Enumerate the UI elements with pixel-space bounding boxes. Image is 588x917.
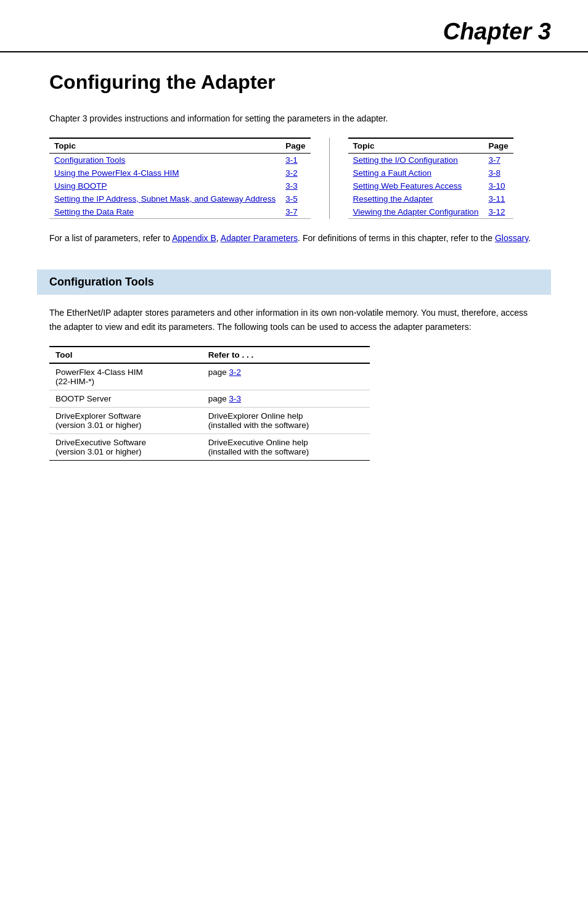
toc-right-topic-link[interactable]: Resetting the Adapter bbox=[353, 194, 433, 204]
toc-right-page-link[interactable]: 3-8 bbox=[488, 168, 500, 178]
toc-left-page-cell: 3-7 bbox=[280, 205, 310, 219]
tool-table-row: DriveExecutive Software (version 3.01 or… bbox=[49, 434, 370, 461]
section1-text: The EtherNet/IP adapter stores parameter… bbox=[49, 306, 539, 334]
chapter-header: Chapter 3 bbox=[0, 0, 588, 52]
toc-wrapper: Topic Page Configuration Tools3-1Using t… bbox=[49, 138, 539, 219]
toc-right-topic-cell: Setting a Fault Action bbox=[348, 167, 484, 179]
tool-table-header-refer: Refer to . . . bbox=[202, 347, 370, 363]
tool-cell: BOOTP Server bbox=[49, 390, 202, 408]
toc-left-row: Using BOOTP3-3 bbox=[49, 179, 311, 192]
toc-left-topic-cell: Setting the IP Address, Subnet Mask, and… bbox=[49, 192, 280, 205]
refer-cell: page 3-2 bbox=[202, 363, 370, 390]
toc-right-page-link[interactable]: 3-11 bbox=[488, 194, 505, 204]
ref-text-2: , bbox=[216, 233, 221, 243]
toc-left-topic-cell: Using the PowerFlex 4-Class HIM bbox=[49, 167, 280, 179]
toc-left-table: Topic Page Configuration Tools3-1Using t… bbox=[49, 138, 311, 219]
section1-heading-bar: Configuration Tools bbox=[37, 269, 551, 295]
page: Chapter 3 Configuring the Adapter Chapte… bbox=[0, 0, 588, 917]
toc-right-topic-cell: Viewing the Adapter Configuration bbox=[348, 205, 484, 219]
toc-left-topic-link[interactable]: Configuration Tools bbox=[54, 155, 125, 165]
ref-text-3: . For definitions of terms in this chapt… bbox=[298, 233, 495, 243]
toc-right-page-link[interactable]: 3-12 bbox=[488, 207, 505, 216]
toc-right-row: Setting Web Features Access3-10 bbox=[348, 179, 513, 192]
toc-right-topic-cell: Setting the I/O Configuration bbox=[348, 154, 484, 167]
toc-left-topic-link[interactable]: Using BOOTP bbox=[54, 181, 107, 191]
toc-left-page-link[interactable]: 3-2 bbox=[285, 168, 298, 178]
adapter-parameters-link[interactable]: Adapter Parameters bbox=[221, 233, 298, 243]
refer-page-link[interactable]: 3-3 bbox=[229, 394, 242, 403]
refer-page-link[interactable]: 3-2 bbox=[229, 368, 242, 377]
tool-table-row: PowerFlex 4-Class HIM (22-HIM-*)page 3-2 bbox=[49, 363, 370, 390]
ref-text-4: . bbox=[528, 233, 531, 243]
ref-text-1: For a list of parameters, refer to bbox=[49, 233, 172, 243]
toc-right-page-cell: 3-10 bbox=[483, 179, 513, 192]
intro-text: Chapter 3 provides instructions and info… bbox=[49, 112, 539, 125]
toc-left-row: Setting the Data Rate3-7 bbox=[49, 205, 311, 219]
tool-table-row: BOOTP Serverpage 3-3 bbox=[49, 390, 370, 408]
toc-left-page-link[interactable]: 3-3 bbox=[285, 181, 298, 191]
toc-left-header-topic: Topic bbox=[49, 138, 280, 154]
refer-cell: page 3-3 bbox=[202, 390, 370, 408]
toc-left-page-link[interactable]: 3-5 bbox=[285, 194, 298, 204]
appendix-b-link[interactable]: Appendix B bbox=[172, 233, 216, 243]
toc-left-page-cell: 3-2 bbox=[280, 167, 310, 179]
toc-right-page-cell: 3-11 bbox=[483, 192, 513, 205]
tool-cell: DriveExecutive Software (version 3.01 or… bbox=[49, 434, 202, 461]
toc-left-topic-cell: Configuration Tools bbox=[49, 154, 280, 167]
toc-right-table: Topic Page Setting the I/O Configuration… bbox=[348, 138, 513, 219]
toc-right-row: Resetting the Adapter3-11 bbox=[348, 192, 513, 205]
toc-right-page-cell: 3-8 bbox=[483, 167, 513, 179]
page-title: Configuring the Adapter bbox=[49, 71, 539, 94]
refer-text-pre: page bbox=[208, 368, 229, 377]
refer-cell: DriveExplorer Online help (installed wit… bbox=[202, 408, 370, 434]
toc-right-topic-cell: Setting Web Features Access bbox=[348, 179, 484, 192]
toc-divider bbox=[329, 138, 330, 219]
tool-cell: PowerFlex 4-Class HIM (22-HIM-*) bbox=[49, 363, 202, 390]
toc-right-topic-link[interactable]: Viewing the Adapter Configuration bbox=[353, 207, 479, 216]
toc-right-header-page: Page bbox=[483, 138, 513, 154]
glossary-link[interactable]: Glossary bbox=[495, 233, 528, 243]
toc-left-row: Using the PowerFlex 4-Class HIM3-2 bbox=[49, 167, 311, 179]
toc-left-page-link[interactable]: 3-7 bbox=[285, 207, 298, 216]
toc-left-header-page: Page bbox=[280, 138, 310, 154]
toc-right-header-topic: Topic bbox=[348, 138, 484, 154]
toc-left-topic-cell: Setting the Data Rate bbox=[49, 205, 280, 219]
toc-right-page-cell: 3-7 bbox=[483, 154, 513, 167]
toc-left-topic-link[interactable]: Setting the Data Rate bbox=[54, 207, 134, 216]
tool-table: Tool Refer to . . . PowerFlex 4-Class HI… bbox=[49, 346, 370, 461]
toc-right-row: Viewing the Adapter Configuration3-12 bbox=[348, 205, 513, 219]
toc-right-topic-cell: Resetting the Adapter bbox=[348, 192, 484, 205]
toc-right-row: Setting a Fault Action3-8 bbox=[348, 167, 513, 179]
toc-left-row: Setting the IP Address, Subnet Mask, and… bbox=[49, 192, 311, 205]
tool-cell: DriveExplorer Software (version 3.01 or … bbox=[49, 408, 202, 434]
toc-left-topic-link[interactable]: Setting the IP Address, Subnet Mask, and… bbox=[54, 194, 276, 204]
main-content: Configuring the Adapter Chapter 3 provid… bbox=[0, 52, 588, 485]
toc-right-topic-link[interactable]: Setting a Fault Action bbox=[353, 168, 432, 178]
toc-left-page-cell: 3-3 bbox=[280, 179, 310, 192]
toc-left-page-link[interactable]: 3-1 bbox=[285, 155, 298, 165]
toc-right-page-cell: 3-12 bbox=[483, 205, 513, 219]
toc-right-topic-link[interactable]: Setting Web Features Access bbox=[353, 181, 462, 191]
tool-table-row: DriveExplorer Software (version 3.01 or … bbox=[49, 408, 370, 434]
toc-right-topic-link[interactable]: Setting the I/O Configuration bbox=[353, 155, 458, 165]
toc-right-page-link[interactable]: 3-7 bbox=[488, 155, 500, 165]
refer-text-pre: page bbox=[208, 394, 229, 403]
tool-table-header-tool: Tool bbox=[49, 347, 202, 363]
chapter-title: Chapter 3 bbox=[443, 19, 551, 45]
toc-right-row: Setting the I/O Configuration3-7 bbox=[348, 154, 513, 167]
toc-right-page-link[interactable]: 3-10 bbox=[488, 181, 505, 191]
toc-left-topic-link[interactable]: Using the PowerFlex 4-Class HIM bbox=[54, 168, 179, 178]
toc-left-row: Configuration Tools3-1 bbox=[49, 154, 311, 167]
toc-left-page-cell: 3-1 bbox=[280, 154, 310, 167]
refer-cell: DriveExecutive Online help (installed wi… bbox=[202, 434, 370, 461]
section1-heading: Configuration Tools bbox=[49, 276, 539, 289]
toc-left-page-cell: 3-5 bbox=[280, 192, 310, 205]
reference-text: For a list of parameters, refer to Appen… bbox=[49, 231, 539, 245]
toc-left-topic-cell: Using BOOTP bbox=[49, 179, 280, 192]
